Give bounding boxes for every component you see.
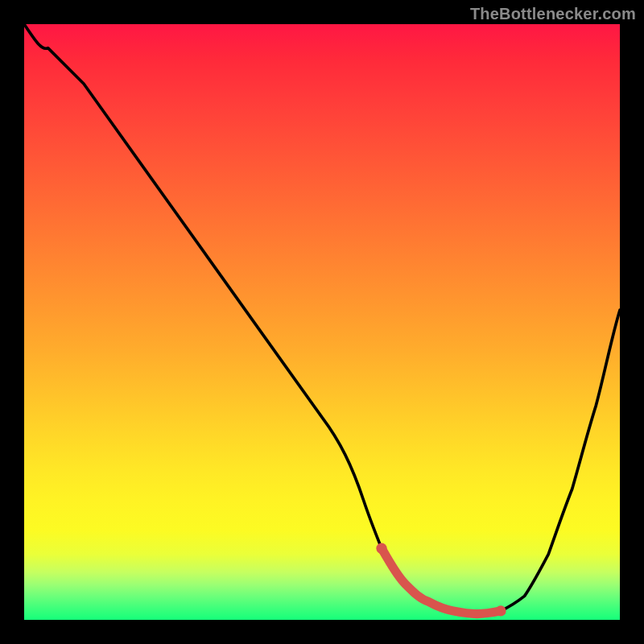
plot-area <box>24 24 620 620</box>
highlight-segment <box>382 548 501 613</box>
watermark-text: TheBottlenecker.com <box>470 5 636 23</box>
highlight-endpoint-left <box>376 543 386 554</box>
chart-stage: TheBottlenecker.com <box>0 0 644 644</box>
highlight-endpoint-right <box>495 605 506 616</box>
chart-svg <box>24 24 620 620</box>
bottleneck-curve <box>24 24 620 614</box>
